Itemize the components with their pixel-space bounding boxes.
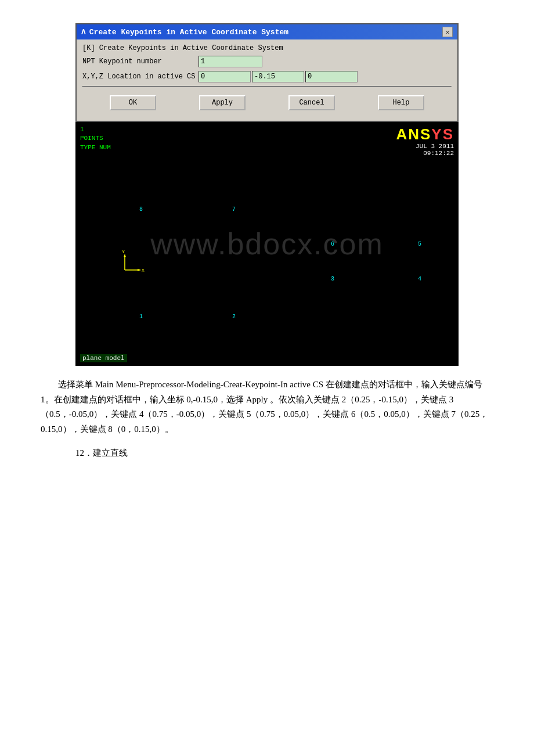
keypoint-4: 4 [418,276,421,282]
keypoint-1: 1 [139,314,143,320]
viewport-line3: TYPE NUM [80,143,111,152]
ansys-datetime: JUL 3 2011 09:12:22 [416,143,454,157]
title-icon: Λ [81,28,86,37]
npt-input[interactable] [199,56,262,67]
ansys-viewport: 1 POINTS TYPE NUM ANSYS JUL 3 2011 09:12… [75,122,459,366]
dialog-buttons: OK Apply Cancel Help [82,91,452,116]
dialog-window: Λ Create Keypoints in Active Coordinate … [75,23,459,122]
viewport-bottom-label: plane model [80,354,127,362]
cancel-button[interactable]: Cancel [288,95,335,110]
axis-svg: Y X [116,250,145,279]
axis-indicator: Y X [116,250,145,282]
dialog-title: Create Keypoints in Active Coordinate Sy… [89,28,288,37]
help-button[interactable]: Help [378,95,424,110]
svg-text:X: X [142,268,145,273]
viewport-info: 1 POINTS TYPE NUM [80,125,111,152]
watermark: www.bdocx.com [150,226,384,261]
close-button[interactable]: ✕ [442,27,453,37]
ansys-logo-text: ANS [396,125,431,143]
titlebar-left: Λ Create Keypoints in Active Coordinate … [81,28,288,37]
section-12-title: 12．建立直线 [58,446,493,461]
z-input[interactable] [305,71,358,82]
dialog-k-row: [K] Create Keypoints in Active Coordinat… [82,44,452,52]
svg-marker-4 [138,269,141,271]
keypoint-6: 6 [331,241,334,247]
ansys-logo-s: YS [431,125,454,143]
npt-row: NPT Keypoint number [82,56,452,67]
y-input[interactable] [252,71,304,82]
x-input[interactable] [199,71,251,82]
npt-label: NPT Keypoint number [82,57,199,66]
dialog-k-label: [K] Create Keypoints in Active Coordinat… [82,44,283,52]
viewport-line2: POINTS [80,134,111,143]
keypoint-2: 2 [232,314,236,320]
keypoint-3: 3 [331,276,334,282]
dialog-body: [K] Create Keypoints in Active Coordinat… [77,39,457,121]
xyz-label: X,Y,Z Location in active CS [82,73,199,81]
text-content: 选择菜单 Main Menu-Preprocessor-Modeling-Cre… [35,377,499,461]
ansys-date-text: JUL 3 2011 [416,143,454,150]
dialog-titlebar: Λ Create Keypoints in Active Coordinate … [77,24,457,39]
ansys-logo: ANSYS [396,125,454,143]
svg-text:Y: Y [122,250,125,254]
apply-button[interactable]: Apply [199,95,246,110]
paragraph-text: 选择菜单 Main Menu-Preprocessor-Modeling-Cre… [41,377,493,437]
ansys-time-text: 09:12:22 [416,150,454,157]
page-wrapper: Λ Create Keypoints in Active Coordinate … [0,0,534,756]
keypoint-8: 8 [139,206,143,213]
keypoint-5: 5 [418,241,421,247]
keypoint-7: 7 [232,206,236,213]
viewport-line1: 1 [80,125,111,134]
ok-button[interactable]: OK [110,95,156,110]
xyz-row: X,Y,Z Location in active CS [82,71,452,82]
